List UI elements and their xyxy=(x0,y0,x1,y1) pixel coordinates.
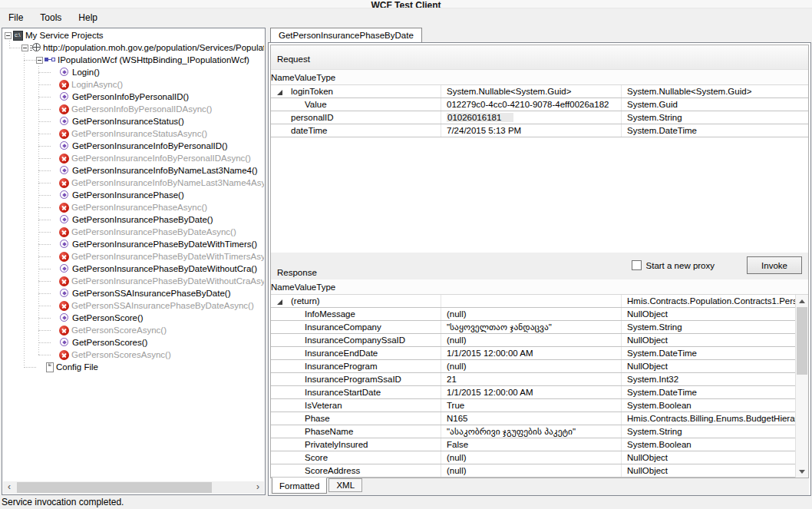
menu-item[interactable]: File xyxy=(0,8,31,27)
tree-item[interactable]: GetPersonInsurancePhase() xyxy=(3,189,264,201)
row-value: (null) xyxy=(447,453,467,462)
view-tab[interactable]: Formatted xyxy=(272,478,327,494)
expander-minus-icon[interactable] xyxy=(21,45,28,51)
start-new-proxy-checkbox[interactable] xyxy=(632,260,642,270)
tree-item[interactable]: GetPersonInsurancePhaseAsync() xyxy=(3,201,264,213)
status-text: Service invocation completed. xyxy=(2,497,124,507)
tree-connector xyxy=(38,232,51,233)
response-row[interactable]: IsVeteran True System.Boolean xyxy=(271,399,808,412)
tree-item[interactable]: GetPersonInsuranceInfoByPersonalIDAsync(… xyxy=(3,152,264,164)
menu-item[interactable]: Help xyxy=(70,8,106,27)
invoke-button[interactable]: Invoke xyxy=(747,256,802,274)
tree-item[interactable]: GetPersonInfoByPersonalID() xyxy=(3,91,264,103)
tree-connector xyxy=(38,306,51,306)
row-value[interactable]: System.Nullable<System.Guid> xyxy=(447,87,571,96)
response-row[interactable]: InsuranceProgram (null) NullObject xyxy=(271,360,808,373)
row-value[interactable]: 012279c0-4cc0-4210-9078-4eff0026a182 xyxy=(447,100,609,109)
menu-item[interactable]: Tools xyxy=(31,8,70,27)
response-vertical-scrollbar[interactable] xyxy=(795,295,808,478)
tree-item[interactable]: GetPersonSSAInsurancePhaseByDateAsync() xyxy=(3,299,264,312)
tree-item[interactable]: GetPersonInsuranceStatus() xyxy=(3,115,264,127)
tree-item[interactable]: GetPersonInsuranceInfoByNameLast3Name4() xyxy=(3,164,264,177)
tree-item-label: GetPersonInsuranceInfoByNameLast3Name4() xyxy=(72,165,258,176)
response-row[interactable]: InsuranceEndDate 1/1/2015 12:00:00 AM Sy… xyxy=(271,347,808,360)
tree-horizontal-scrollbar[interactable]: ‹ › xyxy=(3,481,264,494)
tree-item[interactable]: IPopulationWcf (WSHttpBinding_IPopulatio… xyxy=(3,54,264,66)
scrollbar-thumb[interactable] xyxy=(17,482,212,493)
tree-item-icon xyxy=(59,104,69,114)
response-row[interactable]: InfoMessage (null) NullObject xyxy=(271,308,808,321)
tree-item[interactable]: GetPersonScore() xyxy=(3,312,264,324)
column-header[interactable]: Value xyxy=(295,279,317,294)
tree-item[interactable]: http://population.moh.gov.ge/population/… xyxy=(3,41,264,54)
column-header-label: Value xyxy=(295,283,317,292)
tree-item-label: GetPersonScore() xyxy=(72,312,144,323)
response-row[interactable]: ScoreAddress (null) NullObject xyxy=(271,464,808,478)
row-value[interactable]: 01026016181 xyxy=(447,113,513,122)
column-header-label: Name xyxy=(271,73,295,82)
menu-bar: File Tools Help xyxy=(0,8,812,27)
expander-minus-icon[interactable] xyxy=(36,57,43,64)
response-row[interactable]: InsuranceCompanySsaID (null) NullObject xyxy=(271,334,808,347)
tree-connector xyxy=(38,121,51,122)
expander-minus-icon[interactable] xyxy=(5,32,12,39)
column-header[interactable]: Name xyxy=(271,70,295,84)
tree-item-label: GetPersonInfoByPersonalIDAsync() xyxy=(71,104,212,114)
tab-getpersoninsurancephasebydate[interactable]: GetPersonInsurancePhaseByDate xyxy=(270,28,422,42)
scroll-down-arrow-icon[interactable] xyxy=(796,465,808,478)
tree-item[interactable]: GetPersonScores() xyxy=(3,336,264,349)
scroll-right-arrow-icon[interactable]: › xyxy=(252,481,264,494)
tree-item[interactable]: GetPersonScoreAsync() xyxy=(3,324,264,336)
request-row[interactable]: dateTime 7/24/2015 5:13 PM System.DateTi… xyxy=(271,124,808,137)
tree-item[interactable]: GetPersonScoresAsync() xyxy=(3,349,264,361)
row-type: System.Int32 xyxy=(622,373,808,385)
column-header[interactable]: Type xyxy=(316,279,335,294)
response-row[interactable]: InsuranceCompany "საყოველთაო ჯანდაცვა" S… xyxy=(271,321,808,334)
request-row[interactable]: loginToken System.Nullable<System.Guid> … xyxy=(271,85,808,98)
tree-connector xyxy=(9,48,21,48)
scroll-left-arrow-icon[interactable]: ‹ xyxy=(3,481,15,494)
tree-item[interactable]: GetPersonInsurancePhaseByDateWithTimers(… xyxy=(3,238,264,250)
row-type: NullObject xyxy=(622,451,808,464)
tree-item[interactable]: GetPersonSSAInsurancePhaseByDate() xyxy=(3,287,264,299)
row-expanded-arrow-icon[interactable] xyxy=(277,90,282,95)
tree-item[interactable]: GetPersonInsurancePhaseByDateWithoutCra(… xyxy=(3,263,264,275)
response-row[interactable]: InsuranceStartDate 1/1/2015 12:00:00 AM … xyxy=(271,386,808,399)
tree-item[interactable]: GetPersonInfoByPersonalIDAsync() xyxy=(3,103,264,115)
tree-item[interactable]: GetPersonInsuranceStatusAsync() xyxy=(3,127,264,140)
tree-item[interactable]: GetPersonInsuranceInfoByNameLast3Name4As… xyxy=(3,177,264,189)
row-value[interactable]: 7/24/2015 5:13 PM xyxy=(447,126,521,135)
tree-item-icon xyxy=(59,263,70,274)
view-tab-label: Formatted xyxy=(279,481,319,491)
tree-item[interactable]: LoginAsync() xyxy=(3,78,264,91)
column-header[interactable]: Value xyxy=(295,70,317,84)
tree-item[interactable]: GetPersonInsurancePhaseByDateAsync() xyxy=(3,226,264,238)
tree-item-label: GetPersonInsurancePhaseByDateWithoutCraA… xyxy=(71,276,264,286)
request-row[interactable]: Value 012279c0-4cc0-4210-9078-4eff0026a1… xyxy=(271,98,808,111)
response-row[interactable]: PrivatelyInsured False System.Boolean xyxy=(271,438,808,451)
tree-item[interactable]: Config File xyxy=(3,361,264,373)
row-expanded-arrow-icon[interactable] xyxy=(277,299,282,305)
tree-item[interactable]: My Service Projects xyxy=(3,29,264,41)
scroll-up-arrow-icon[interactable] xyxy=(796,295,808,307)
response-row[interactable]: Score (null) NullObject xyxy=(271,451,808,464)
tree-item[interactable]: GetPersonInsurancePhaseByDate() xyxy=(3,213,264,226)
tree-item-label: My Service Projects xyxy=(25,30,104,41)
tree-item-icon xyxy=(59,178,69,188)
tree-item[interactable]: GetPersonInsuranceInfoByPersonalID() xyxy=(3,140,264,152)
response-row[interactable]: Phase N165 Hmis.Contracts.Billing.Enums.… xyxy=(271,412,808,425)
tree-item[interactable]: Login() xyxy=(3,66,264,78)
response-row[interactable]: PhaseName "ასაკობრივი ჯგუფების პაკეტი" S… xyxy=(271,425,808,438)
scrollbar-thumb[interactable] xyxy=(797,307,807,375)
response-row[interactable]: InsuranceProgramSsaID 21 System.Int32 xyxy=(271,373,808,386)
start-new-proxy-label[interactable]: Start a new proxy xyxy=(646,261,715,270)
request-row[interactable]: personalID 01026016181 System.String xyxy=(271,111,808,124)
column-header[interactable]: Name xyxy=(271,279,295,294)
tree-item-icon xyxy=(59,301,69,311)
view-tab-strip: Formatted XML xyxy=(270,478,809,495)
view-tab[interactable]: XML xyxy=(328,478,362,492)
column-header[interactable]: Type xyxy=(316,70,335,84)
tree-item[interactable]: GetPersonInsurancePhaseByDateWithoutCraA… xyxy=(3,275,264,287)
response-row[interactable]: (return) Hmis.Contracts.Population.Contr… xyxy=(271,295,808,308)
tree-item[interactable]: GetPersonInsurancePhaseByDateWithTimersA… xyxy=(3,250,264,263)
